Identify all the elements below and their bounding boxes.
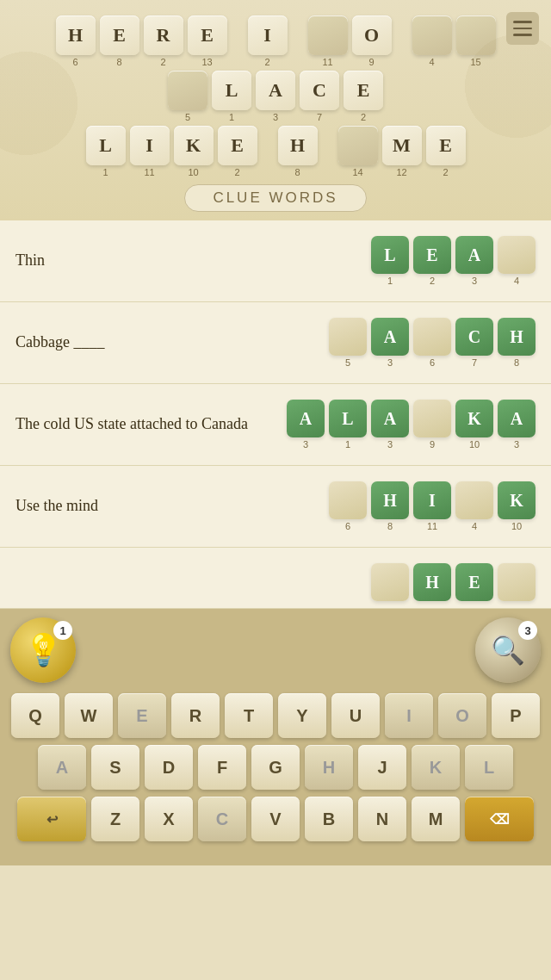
puzzle-tile: E — [218, 126, 257, 165]
answer-tile-num: 1 — [345, 439, 350, 450]
answer-tile: K 10 — [455, 400, 493, 450]
key-w[interactable]: W — [65, 693, 113, 738]
key-l[interactable]: L — [465, 745, 513, 790]
tile-wrapper: O 9 — [352, 16, 392, 67]
answer-tile-num: 8 — [387, 521, 393, 531]
key-a[interactable]: A — [38, 745, 86, 790]
tile-group: L 1 I 11 K 10 E 2 — [86, 126, 257, 177]
tile-number: 8 — [294, 167, 300, 177]
answer-tile: L 1 — [329, 400, 367, 450]
key-v[interactable]: V — [251, 797, 300, 841]
key-h[interactable]: H — [305, 745, 353, 790]
puzzle-tile: K — [174, 126, 214, 165]
tile-wrapper: E 2 — [218, 126, 257, 177]
key-q[interactable]: Q — [11, 693, 59, 738]
tile-group: H 6 E 8 R 2 E 13 — [56, 16, 227, 67]
key-x[interactable]: X — [145, 797, 193, 841]
key-p[interactable]: P — [492, 693, 540, 738]
magnify-hint-button[interactable]: 🔍 3 — [475, 617, 541, 683]
answer-tile-num: 3 — [303, 439, 308, 450]
puzzle-tile: I — [130, 126, 170, 165]
answer-tile-blank — [371, 563, 409, 601]
key-t[interactable]: T — [225, 693, 273, 738]
answer-tile-num: 3 — [387, 439, 393, 450]
key-i[interactable]: I — [385, 693, 433, 738]
puzzle-tile: L — [86, 126, 126, 165]
answer-tile: 6 — [413, 318, 451, 368]
tile-wrapper: L 1 — [212, 71, 251, 122]
tile-number: 15 — [470, 57, 480, 67]
tile-wrapper: 4 — [412, 16, 452, 67]
key-backspace[interactable]: ⌫ — [465, 797, 534, 841]
clue-item: Cabbage ____ 5 A 3 6 C 7 — [0, 302, 551, 384]
answer-tile-filled: A — [371, 318, 409, 356]
answer-tile-num: 4 — [472, 521, 477, 531]
answer-tile-blank — [413, 400, 451, 437]
tile-group: H 8 — [278, 126, 318, 177]
puzzle-tile-empty — [412, 16, 452, 55]
answer-tiles: L 1 E 2 A 3 4 — [371, 236, 536, 286]
answer-tile: 6 — [329, 481, 367, 531]
answer-tiles: 5 A 3 6 C 7 H 8 — [329, 318, 536, 368]
key-s[interactable]: S — [91, 745, 139, 790]
magnify-count-badge: 3 — [518, 621, 537, 640]
clue-item: The cold US state attached to Canada A 3… — [0, 384, 551, 466]
clue-text: Use the mind — [15, 495, 320, 517]
tile-number: 14 — [352, 167, 362, 177]
key-k[interactable]: K — [412, 745, 460, 790]
key-r[interactable]: R — [171, 693, 220, 738]
answer-tile: A 3 — [455, 236, 493, 286]
tile-wrapper: E 2 — [344, 71, 383, 122]
keyboard-area: 💡 1 🔍 3 Q W E R T Y U I O P A S D — [0, 609, 551, 865]
bulb-hint-button[interactable]: 💡 1 — [10, 617, 76, 683]
key-n[interactable]: N — [358, 797, 406, 841]
tile-group: 5 L 1 A 3 C 7 E 2 — [168, 71, 383, 122]
puzzle-row-1: H 6 E 8 R 2 E 13 I — [9, 16, 542, 67]
answer-tile-num: 3 — [472, 276, 477, 286]
answer-tile-filled: K — [455, 400, 493, 437]
key-f[interactable]: F — [198, 745, 246, 790]
answer-tile-num: 3 — [514, 439, 519, 450]
key-b[interactable]: B — [305, 797, 353, 841]
clue-words-banner: CLUE WORDS — [9, 184, 542, 212]
key-d[interactable]: D — [145, 745, 193, 790]
key-e[interactable]: E — [118, 693, 166, 738]
answer-tile-num: 9 — [430, 439, 435, 450]
key-o[interactable]: O — [438, 693, 486, 738]
clue-words-label: CLUE WORDS — [184, 184, 366, 212]
answer-tile-blank — [498, 563, 536, 601]
answer-tile-filled: H — [498, 318, 536, 356]
tile-wrapper: I 11 — [130, 126, 170, 177]
tile-number: 7 — [317, 112, 322, 122]
tile-wrapper: 5 — [168, 71, 207, 122]
tile-wrapper: 14 — [338, 126, 378, 177]
keyboard-row-1: Q W E R T Y U I O P — [7, 693, 544, 738]
tile-wrapper: K 10 — [174, 126, 214, 177]
puzzle-area: H 6 E 8 R 2 E 13 I — [0, 0, 551, 220]
key-g[interactable]: G — [251, 745, 300, 790]
menu-button[interactable] — [506, 12, 539, 45]
answer-tile: A 3 — [287, 400, 325, 450]
key-c[interactable]: C — [198, 797, 246, 841]
tile-number: 3 — [273, 112, 278, 122]
answer-tile-filled: K — [498, 481, 536, 519]
tile-number: 11 — [144, 167, 154, 177]
key-j[interactable]: J — [358, 745, 406, 790]
tile-number: 2 — [264, 57, 269, 67]
key-u[interactable]: U — [331, 693, 380, 738]
tile-number: 4 — [429, 57, 434, 67]
answer-tile-num: 6 — [345, 521, 350, 531]
key-m[interactable]: M — [412, 797, 460, 841]
answer-tile: H — [413, 563, 451, 601]
tile-number: 2 — [443, 167, 448, 177]
tile-number: 8 — [116, 57, 121, 67]
tile-wrapper: 11 — [308, 16, 348, 67]
tile-number: 9 — [368, 57, 374, 67]
key-z[interactable]: Z — [91, 797, 139, 841]
answer-tile-filled: A — [498, 400, 536, 437]
tile-wrapper: E 8 — [100, 16, 139, 67]
key-y[interactable]: Y — [278, 693, 326, 738]
puzzle-tile: E — [344, 71, 383, 110]
key-return[interactable]: ↩ — [17, 797, 86, 841]
clue-item: H E — [0, 548, 551, 609]
